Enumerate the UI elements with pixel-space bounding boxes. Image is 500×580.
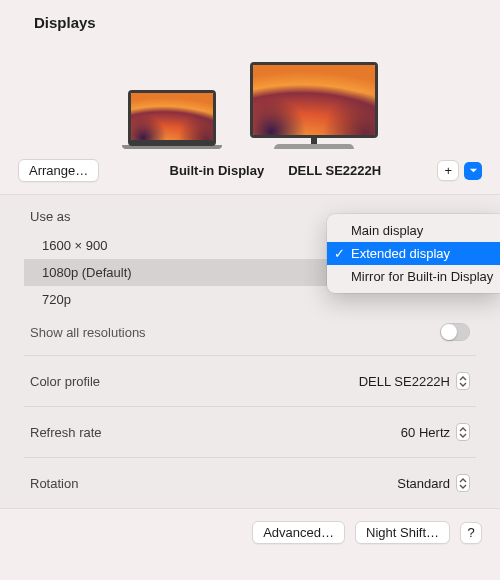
rotation-value: Standard [397, 476, 450, 491]
rotation-label: Rotation [30, 476, 78, 491]
rotation-select[interactable]: Standard [397, 474, 470, 492]
labels-row: Arrange… Built-in Display DELL SE2222H + [0, 153, 500, 194]
external-display-thumb[interactable] [250, 62, 378, 149]
menu-item-main-display[interactable]: Main display [327, 219, 500, 242]
night-shift-button[interactable]: Night Shift… [355, 521, 450, 544]
chevron-down-icon [469, 166, 478, 175]
updown-icon [456, 423, 470, 441]
display-options-dropdown[interactable] [464, 162, 482, 180]
plus-icon: + [444, 163, 452, 178]
refresh-rate-select[interactable]: 60 Hertz [401, 423, 470, 441]
menu-item-mirror[interactable]: Mirror for Built-in Display [327, 265, 500, 288]
external-display-label: DELL SE2222H [288, 163, 381, 178]
check-icon: ✓ [334, 246, 345, 261]
add-display-button[interactable]: + [437, 160, 459, 181]
show-all-resolutions-label: Show all resolutions [30, 325, 146, 340]
menu-item-label: Extended display [351, 246, 450, 261]
refresh-rate-value: 60 Hertz [401, 425, 450, 440]
refresh-rate-label: Refresh rate [30, 425, 102, 440]
color-profile-value: DELL SE2222H [359, 374, 450, 389]
updown-icon [456, 474, 470, 492]
advanced-button[interactable]: Advanced… [252, 521, 345, 544]
page-title: Displays [0, 0, 500, 35]
help-button[interactable]: ? [460, 522, 482, 544]
arrange-button[interactable]: Arrange… [18, 159, 99, 182]
builtin-display-thumb[interactable] [122, 90, 222, 149]
footer: Advanced… Night Shift… ? [0, 509, 500, 556]
builtin-display-label: Built-in Display [170, 163, 265, 178]
updown-icon [456, 372, 470, 390]
color-profile-label: Color profile [30, 374, 100, 389]
display-thumbnails [0, 53, 500, 153]
menu-item-extended-display[interactable]: ✓ Extended display [327, 242, 500, 265]
use-as-popover: Main display ✓ Extended display Mirror f… [327, 214, 500, 293]
color-profile-select[interactable]: DELL SE2222H [359, 372, 470, 390]
show-all-resolutions-toggle[interactable] [440, 323, 470, 341]
